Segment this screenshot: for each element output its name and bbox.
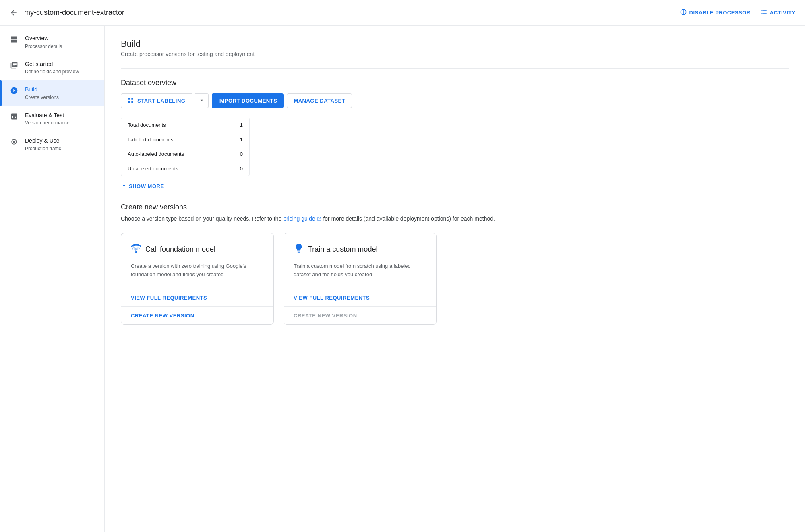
dataset-section-title: Dataset overview <box>121 79 789 87</box>
show-more-button[interactable]: SHOW MORE <box>121 182 164 190</box>
labeling-icon <box>128 97 134 105</box>
chevron-down-small-icon <box>121 182 127 190</box>
stat-label-unlabeled: Unlabeled documents <box>128 166 178 172</box>
sidebar-item-build[interactable]: Build Create versions <box>0 80 104 106</box>
foundation-create-version-link[interactable]: CREATE NEW VERSION <box>121 307 273 324</box>
main-content: Build Create processor versions for test… <box>105 26 805 532</box>
layout: Overview Processor details Get started D… <box>0 26 805 532</box>
stats-row-unlabeled: Unlabeled documents 0 <box>121 161 249 176</box>
svg-point-7 <box>135 251 137 253</box>
foundation-card-desc: Create a version with zero training usin… <box>131 262 264 279</box>
page-title: Build <box>121 39 789 49</box>
get-started-label: Get started <box>25 60 79 68</box>
sidebar-item-get-started[interactable]: Get started Define fields and preview <box>0 55 104 81</box>
build-label: Build <box>25 86 59 94</box>
sidebar-item-evaluate[interactable]: Evaluate & Test Version performance <box>0 106 104 132</box>
manage-dataset-button[interactable]: MANAGE DATASET <box>287 93 352 108</box>
import-documents-button[interactable]: IMPORT DOCUMENTS <box>212 93 284 108</box>
divider-1 <box>121 68 789 69</box>
top-header: my-custom-document-extractor DISABLE PRO… <box>0 0 805 26</box>
foundation-card-body: Call foundation model Create a version w… <box>121 233 273 289</box>
activity-button[interactable]: ACTIVITY <box>760 8 795 17</box>
get-started-sublabel: Define fields and preview <box>25 69 79 75</box>
disable-icon <box>680 8 687 17</box>
deploy-label: Deploy & Use <box>25 137 61 145</box>
deploy-sublabel: Production traffic <box>25 146 61 151</box>
create-versions-desc: Choose a version type based on your qual… <box>121 215 789 223</box>
stat-label-labeled: Labeled documents <box>128 137 173 143</box>
sidebar: Overview Processor details Get started D… <box>0 26 105 532</box>
overview-label: Overview <box>25 35 62 43</box>
cards-row: Call foundation model Create a version w… <box>121 233 789 325</box>
chevron-down-icon <box>199 97 205 105</box>
evaluate-icon <box>10 112 19 122</box>
custom-card-title: Train a custom model <box>308 245 377 254</box>
deploy-icon <box>10 138 19 148</box>
create-versions-title: Create new versions <box>121 203 789 211</box>
custom-model-card: Train a custom model Train a custom mode… <box>284 233 437 325</box>
stat-label-auto: Auto-labeled documents <box>128 151 184 157</box>
stats-row-auto-labeled: Auto-labeled documents 0 <box>121 147 249 161</box>
custom-card-footer: VIEW FULL REQUIREMENTS CREATE NEW VERSIO… <box>284 289 436 324</box>
sidebar-item-deploy[interactable]: Deploy & Use Production traffic <box>0 131 104 157</box>
disable-processor-button[interactable]: DISABLE PROCESSOR <box>680 8 751 17</box>
foundation-model-card: Call foundation model Create a version w… <box>121 233 274 325</box>
bulb-icon <box>294 243 304 256</box>
stats-table: Total documents 1 Labeled documents 1 Au… <box>121 118 250 176</box>
svg-rect-6 <box>131 101 133 103</box>
custom-create-version-link: CREATE NEW VERSION <box>284 307 436 324</box>
activity-icon <box>760 8 768 17</box>
foundation-view-requirements-link[interactable]: VIEW FULL REQUIREMENTS <box>121 289 273 307</box>
stat-value-unlabeled: 0 <box>240 166 243 172</box>
foundation-card-footer: VIEW FULL REQUIREMENTS CREATE NEW VERSIO… <box>121 289 273 324</box>
sidebar-item-overview[interactable]: Overview Processor details <box>0 29 104 55</box>
processor-title: my-custom-document-extractor <box>24 8 680 17</box>
custom-card-body: Train a custom model Train a custom mode… <box>284 233 436 289</box>
stat-value-total: 1 <box>240 122 243 128</box>
stats-row-labeled: Labeled documents 1 <box>121 132 249 147</box>
stat-value-auto: 0 <box>240 151 243 157</box>
svg-point-2 <box>13 141 15 143</box>
overview-icon <box>10 35 19 46</box>
start-labeling-dropdown-button[interactable] <box>195 93 209 108</box>
evaluate-label: Evaluate & Test <box>25 112 70 120</box>
stats-row-total: Total documents 1 <box>121 118 249 132</box>
foundation-card-title: Call foundation model <box>145 245 215 254</box>
overview-sublabel: Processor details <box>25 43 62 49</box>
build-sublabel: Create versions <box>25 95 59 100</box>
svg-rect-4 <box>128 101 130 103</box>
page-subtitle: Create processor versions for testing an… <box>121 51 789 57</box>
stat-label-total: Total documents <box>128 122 166 128</box>
pricing-guide-link[interactable]: pricing guide <box>283 215 321 223</box>
custom-card-desc: Train a custom model from scratch using … <box>294 262 426 279</box>
start-labeling-button[interactable]: START LABELING <box>121 93 192 108</box>
build-icon <box>10 87 19 97</box>
get-started-icon <box>10 61 19 71</box>
evaluate-sublabel: Version performance <box>25 120 70 126</box>
svg-rect-5 <box>131 98 133 100</box>
header-actions: DISABLE PROCESSOR ACTIVITY <box>680 8 795 17</box>
back-button[interactable] <box>10 9 18 17</box>
stat-value-labeled: 1 <box>240 137 243 143</box>
wifi-icon <box>131 243 141 256</box>
svg-rect-3 <box>128 98 130 100</box>
custom-view-requirements-link[interactable]: VIEW FULL REQUIREMENTS <box>284 289 436 307</box>
toolbar: START LABELING IMPORT DOCUMENTS MANAGE D… <box>121 93 789 108</box>
